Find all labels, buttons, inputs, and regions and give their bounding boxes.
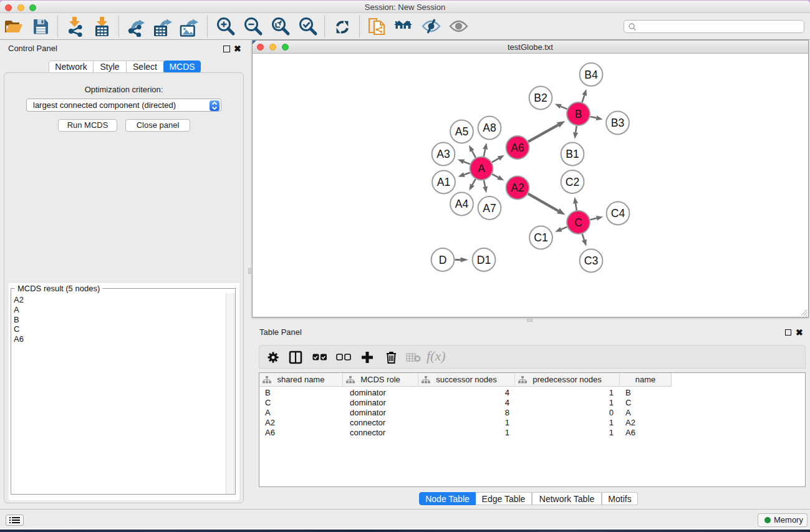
svg-text:B: B (575, 108, 582, 120)
svg-text:C4: C4 (611, 207, 625, 220)
svg-text:A2: A2 (511, 181, 524, 194)
svg-text:C2: C2 (566, 176, 579, 188)
svg-text:B2: B2 (534, 92, 547, 104)
svg-text:D1: D1 (477, 254, 491, 266)
svg-text:A3: A3 (436, 148, 450, 160)
svg-text:A8: A8 (483, 122, 496, 134)
svg-text:A: A (478, 162, 485, 175)
svg-text:B4: B4 (584, 69, 598, 81)
svg-text:D: D (439, 254, 447, 266)
svg-text:B1: B1 (566, 148, 579, 160)
svg-text:A7: A7 (483, 202, 496, 215)
svg-text:A4: A4 (455, 198, 469, 210)
svg-text:C: C (574, 216, 582, 229)
svg-text:A5: A5 (455, 125, 468, 138)
svg-text:C1: C1 (534, 231, 547, 244)
svg-text:A6: A6 (511, 142, 524, 154)
svg-text:A1: A1 (437, 176, 450, 188)
svg-text:B3: B3 (611, 117, 624, 129)
svg-text:C3: C3 (584, 254, 598, 267)
